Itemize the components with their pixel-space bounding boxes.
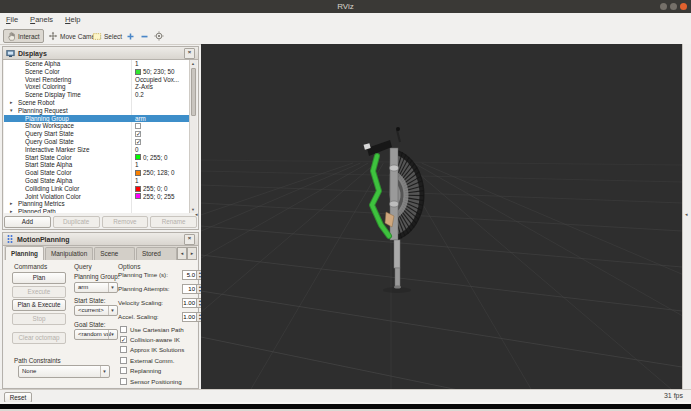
displays-panel-header[interactable]: Displays × (3, 47, 198, 60)
reset-button[interactable]: Reset (4, 392, 32, 403)
tab-stored-scenes[interactable]: Stored Scenes (136, 247, 177, 260)
focus-tool[interactable] (150, 29, 168, 43)
tree-row-interactive-marker-size[interactable]: Interactive Marker Size0 (4, 146, 197, 154)
tree-row-value: 1 (135, 177, 139, 185)
tree-row-start-state-alpha[interactable]: Start State Alpha1 (4, 161, 197, 169)
chevron-down-icon: ▼ (100, 366, 108, 377)
tree-row-label: Scene Robot (18, 99, 54, 107)
tree-checkbox[interactable] (135, 123, 141, 129)
motionplanning-close-icon[interactable]: × (184, 234, 195, 245)
clear-octomap-button: Clear octomap (12, 332, 66, 344)
plan-execute-button[interactable]: Plan & Execute (12, 299, 66, 311)
checkbox-box[interactable]: ✓ (120, 336, 127, 343)
select-value: <current> (78, 307, 104, 313)
stop-button: Stop (12, 313, 66, 325)
right-panel-strip[interactable]: ◂ (682, 44, 691, 389)
tab-planning[interactable]: Planning (5, 246, 44, 260)
checkbox-collision-aware-ik[interactable]: ✓Collision-aware IK (120, 335, 180, 343)
displays-scrollbar[interactable]: ▲ ▼ (189, 60, 197, 213)
checkbox-external-comm-[interactable]: External Comm. (120, 356, 174, 364)
checkbox-box[interactable] (120, 346, 127, 353)
maximize-button[interactable] (670, 3, 677, 10)
tab-manipulation[interactable]: Manipulation (45, 247, 93, 260)
tree-row-scene-alpha[interactable]: Scene Alpha1 (4, 60, 197, 68)
expand-arrow-icon[interactable]: ▾ (10, 107, 13, 115)
scrollbar-thumb[interactable] (191, 68, 196, 116)
start-state-label: Start State: (74, 297, 106, 304)
checkbox-box[interactable] (120, 326, 127, 333)
tree-checkbox[interactable]: ✓ (135, 131, 141, 137)
motionplanning-panel-header[interactable]: MotionPlanning × (3, 233, 198, 246)
tool-interact[interactable]: Interact (3, 29, 44, 43)
path-constraints-select[interactable]: None ▼ (18, 365, 110, 378)
tree-row-start-state-color[interactable]: Start State Color0; 255; 0 (4, 154, 197, 162)
goal-state-select[interactable]: <random val▼ (74, 329, 118, 340)
right-panel-handle[interactable]: ◂ (685, 212, 688, 217)
close-button[interactable] (680, 3, 687, 10)
collapse-arrow-icon[interactable]: ▸ (10, 208, 13, 213)
collapse-arrow-icon[interactable]: ▸ (10, 99, 13, 107)
tree-row-goal-state-alpha[interactable]: Goal State Alpha1 (4, 177, 197, 185)
value-text: 0 (135, 146, 139, 154)
tree-row-show-workspace[interactable]: Show Workspace (4, 122, 197, 130)
tree-checkbox[interactable]: ✓ (135, 139, 141, 145)
checkbox-sensor-positioning[interactable]: Sensor Positioning (120, 377, 182, 385)
displays-close-icon[interactable]: × (184, 48, 195, 59)
collapse-arrow-icon[interactable]: ▸ (10, 200, 13, 208)
value-text: 1 (135, 177, 139, 185)
tab-scroll-left-icon[interactable]: ◂ (177, 247, 187, 260)
tree-row-scene-display-time[interactable]: Scene Display Time0.2 (4, 91, 197, 99)
tree-row-value: ✓ (135, 130, 141, 138)
plan-button[interactable]: Plan (12, 272, 66, 284)
tab-scene-objects[interactable]: Scene Objects (94, 247, 135, 260)
tree-row-voxel-rendering[interactable]: Voxel RenderingOccupied Vox... (4, 76, 197, 84)
motionplanning-panel: MotionPlanning × PlanningManipulationSce… (2, 232, 199, 389)
checkbox-box[interactable] (120, 367, 127, 374)
checkbox-approx-ik-solutions[interactable]: Approx IK Solutions (120, 346, 184, 354)
tree-row-scene-color[interactable]: Scene Color50; 230; 50 (4, 68, 197, 76)
checkbox-box[interactable] (120, 378, 127, 385)
option-accel-scaling-: Accel. Scaling:1.00▲▼ (118, 311, 204, 322)
value-text: 1 (135, 60, 139, 68)
tree-row-colliding-link-color[interactable]: Colliding Link Color255; 0; 0 (4, 185, 197, 193)
chevron-down-icon: ▼ (108, 330, 116, 339)
option-label: Accel. Scaling: (118, 313, 159, 320)
tree-row-planned-path[interactable]: ▸Planned Path (4, 208, 197, 213)
title-bar[interactable]: RViz (0, 0, 691, 13)
3d-viewport[interactable] (201, 44, 682, 389)
menu-item-file[interactable]: File (0, 13, 24, 27)
menu-item-help[interactable]: Help (59, 13, 86, 27)
panel-resize-handle[interactable]: ◂ (195, 212, 198, 217)
add-button[interactable]: Add (4, 216, 51, 228)
scroll-up-icon[interactable]: ▲ (190, 60, 196, 67)
tree-row-planning-request[interactable]: ▾Planning Request (4, 107, 197, 115)
duplicate-button: Duplicate (53, 216, 100, 228)
motionplanning-panel-title: MotionPlanning (17, 236, 70, 243)
tree-row-query-goal-state[interactable]: Query Goal State✓ (4, 138, 197, 146)
robot-lower-link (394, 240, 400, 268)
tree-row-voxel-coloring[interactable]: Voxel ColoringZ-Axis (4, 83, 197, 91)
checkbox-use-cartesian-path[interactable]: Use Cartesian Path (120, 325, 184, 333)
tree-row-scene-robot[interactable]: ▸Scene Robot (4, 99, 197, 107)
path-constraints-label: Path Constraints (14, 357, 61, 364)
robot-base-foot (394, 285, 401, 288)
tree-row-value: Z-Axis (135, 83, 153, 91)
minimize-button[interactable] (660, 3, 667, 10)
tree-row-label: Query Goal State (25, 138, 74, 146)
tool-select[interactable]: Select (88, 29, 126, 43)
displays-panel: Displays × Scene Alpha1Scene Color50; 23… (2, 46, 199, 230)
checkbox-box[interactable] (120, 357, 127, 364)
tree-row-label: Scene Alpha (25, 60, 60, 68)
tree-row-planning-metrics[interactable]: ▸Planning Metrics (4, 200, 197, 208)
tree-row-query-start-state[interactable]: Query Start State✓ (4, 130, 197, 138)
checkbox-replanning[interactable]: Replanning (120, 367, 161, 375)
value-text: 0.2 (135, 91, 144, 99)
tab-scroll-right-icon[interactable]: ▸ (187, 247, 197, 260)
tree-row-joint-violation-color[interactable]: Joint Violation Color255; 0; 255 (4, 193, 197, 201)
tree-row-goal-state-color[interactable]: Goal State Color250; 128; 0 (4, 169, 197, 177)
tree-row-planning-group[interactable]: Planning Grouparm (4, 115, 197, 123)
menu-item-panels[interactable]: Panels (24, 13, 59, 27)
remove-button: Remove (102, 216, 149, 228)
planning-group-select[interactable]: arm▼ (74, 282, 118, 293)
start-state-select[interactable]: <current>▼ (74, 305, 118, 316)
